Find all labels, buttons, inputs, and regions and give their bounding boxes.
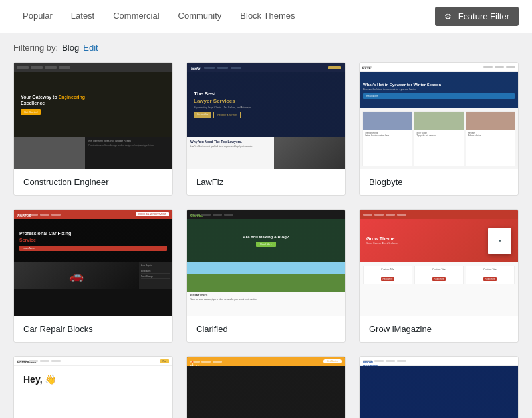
preview-text: LawFiz offers the most qualified list of…	[190, 145, 271, 148]
preview-tiles: Custom Title Read More Custom Title Read…	[363, 266, 515, 284]
card-image	[466, 112, 515, 130]
preview-headline: Your Gateway to EngineeringExcellence	[21, 94, 85, 106]
nav-item	[495, 66, 504, 68]
preview-hero: Grow Theme Some Generic About Surfaces 💻	[360, 219, 518, 262]
themes-grid: Your Gateway to EngineeringExcellence Ge…	[0, 62, 532, 418]
card-image	[363, 112, 412, 130]
theme-card-maroti-business[interactable]: Maroti Business Maroti Business	[359, 356, 519, 418]
tab-block-themes[interactable]: Block Themes	[231, 2, 304, 31]
tab-latest[interactable]: Latest	[62, 2, 104, 31]
theme-name-clarified: Clarified	[187, 316, 345, 342]
preview-carrepair: AAATOS BOOK AN APPOINTMENT Professional …	[14, 210, 172, 316]
tab-community[interactable]: Community	[169, 2, 231, 31]
preview-header: Clarified	[187, 210, 345, 219]
theme-card-mighty-builders[interactable]: 🔥 Mighty Builders Get Started BUILDING D…	[186, 356, 346, 418]
preview-hero: What's Hot in Eyewear for Winter Season …	[360, 72, 518, 108]
tab-commercial[interactable]: Commercial	[104, 2, 168, 31]
nav-btn: Get Started	[323, 359, 342, 363]
preview-content: Why You Need The Top Lawyers. LawFiz off…	[187, 137, 274, 169]
preview-posts: RECENT POSTS There are some amazing type…	[187, 292, 345, 303]
nav-item	[231, 67, 241, 69]
theme-name-lawfiz: LawFiz	[187, 169, 345, 195]
theme-preview-mighty-builders: 🔥 Mighty Builders Get Started BUILDING D…	[187, 357, 345, 418]
nav-item	[17, 66, 29, 69]
preview-header: Maroti Business	[360, 357, 518, 366]
card-excerpt: Latest fashion content here	[365, 134, 410, 137]
feature-filter-button[interactable]: Feature Filter	[435, 7, 519, 26]
nav-item	[506, 66, 515, 68]
car-icon: 🚗	[69, 268, 84, 283]
card-excerpt: Top picks this season	[416, 134, 461, 137]
preview-card: Style Guide Top picks this season	[414, 111, 464, 166]
theme-name-blogbyte: Blogbyte	[360, 169, 518, 195]
preview-header: EZTE	[360, 63, 518, 72]
preview-maroti: Maroti Business	[360, 357, 518, 418]
preview-subtext: Construction excellence through modern d…	[88, 144, 169, 147]
post-text: There are some amazing type to place on …	[190, 298, 342, 301]
preview-hero-text: Grow Theme Some Generic About Surfaces	[366, 236, 398, 245]
tab-navigation: Popular Latest Commercial Community Bloc…	[13, 2, 304, 31]
nav-item	[386, 360, 395, 362]
preview-tagline: Some Generic About Surfaces	[366, 242, 398, 245]
theme-card-car-repair-blocks[interactable]: AAATOS BOOK AN APPOINTMENT Professional …	[13, 209, 173, 343]
nav-item	[483, 66, 493, 68]
device-icon: 💻	[499, 240, 501, 242]
preview-cta: Read More	[256, 242, 275, 247]
feature-item: Paint Change	[141, 275, 170, 279]
filter-edit-link[interactable]: Edit	[83, 43, 98, 53]
preview-header: PortfolioWP Pro	[14, 357, 172, 366]
theme-card-clarified[interactable]: Clarified Are You Making A Blog? Read Mo…	[186, 209, 346, 343]
theme-preview-clarified: Clarified Are You Making A Blog? Read Mo…	[187, 210, 345, 316]
preview-cta-secondary: Register A Service	[213, 112, 241, 118]
preview-car-image: 🚗	[14, 262, 139, 289]
preview-headline: Grow Theme	[366, 236, 398, 241]
preview-hero: The BestLawyer Services Representing Leg…	[187, 72, 345, 137]
nav-btn: BOOK AN APPOINTMENT	[136, 212, 169, 216]
theme-preview-lawfiz: lawfiz The BestLawyer Services Represent…	[187, 63, 345, 169]
preview-bottom: RECENT POSTS There are some amazing type…	[187, 262, 345, 316]
nav-item	[45, 66, 57, 69]
theme-card-construction-engineer[interactable]: Your Gateway to EngineeringExcellence Ge…	[13, 62, 173, 196]
feature-filter-label: Feature Filter	[458, 11, 509, 21]
preview-card: Reviews Editor's choice	[466, 111, 515, 166]
tile-btn: Read More	[432, 277, 446, 281]
theme-name-construction-engineer: Construction Engineer	[14, 169, 172, 195]
preview-portfolio: PortfolioWP Pro Hey, 👋	[14, 357, 172, 418]
preview-tile: Custom Title Read More	[466, 266, 515, 284]
preview-logo: PortfolioWP	[17, 360, 27, 362]
filter-prefix: Filtering by:	[13, 43, 58, 53]
preview-hero: Professional Car FixingService Learn Mor…	[14, 219, 172, 262]
preview-headline: Professional Car FixingService	[19, 230, 167, 242]
preview-text: We Transform Ideas Into Tangible Reality	[88, 140, 169, 143]
preview-subheading: Why You Need The Top Lawyers.	[190, 140, 271, 144]
preview-grow: Grow Theme Some Generic About Surfaces 💻…	[360, 210, 518, 316]
preview-cards: TrendingPosts Latest fashion content her…	[360, 108, 518, 169]
preview-lawfiz: lawfiz The BestLawyer Services Represent…	[187, 63, 345, 169]
post-title: RECENT POSTS	[190, 294, 342, 298]
theme-preview-maroti-business: Maroti Business	[360, 357, 518, 418]
preview-features: Auto Repair Body Work Paint Change	[139, 262, 172, 289]
nav-item	[201, 361, 211, 363]
preview-bottom: Why You Need The Top Lawyers. LawFiz off…	[187, 137, 345, 169]
theme-card-blogbyte[interactable]: EZTE What's Hot in Eyewear for Winter Se…	[359, 62, 519, 196]
nav-item	[51, 214, 61, 216]
theme-card-grow-imagazine[interactable]: Grow Theme Some Generic About Surfaces 💻…	[359, 209, 519, 343]
preview-logo: Clarified	[190, 214, 200, 216]
theme-card-lawfiz[interactable]: lawfiz The BestLawyer Services Represent…	[186, 62, 346, 196]
page-wrapper: Popular Latest Commercial Community Bloc…	[0, 0, 532, 418]
preview-logo: Maroti Business	[363, 360, 372, 362]
nav-item	[40, 360, 49, 362]
preview-device: 💻	[488, 228, 511, 254]
card-text: Reviews Editor's choice	[466, 130, 515, 138]
theme-card-portfoliowp[interactable]: PortfolioWP Pro Hey, 👋 PortfolioWP	[13, 356, 173, 418]
preview-hero: Your Gateway to EngineeringExcellence Ge…	[14, 72, 172, 137]
tab-popular[interactable]: Popular	[13, 2, 62, 31]
nav-item	[29, 360, 38, 362]
nav-item	[40, 214, 49, 216]
nav-item	[374, 214, 384, 216]
preview-card: TrendingPosts Latest fashion content her…	[362, 111, 412, 166]
nav-item	[213, 361, 222, 363]
preview-image	[14, 137, 85, 169]
preview-headline: Hey, 👋	[23, 374, 163, 385]
feature-item: Auto Repair	[141, 264, 170, 268]
